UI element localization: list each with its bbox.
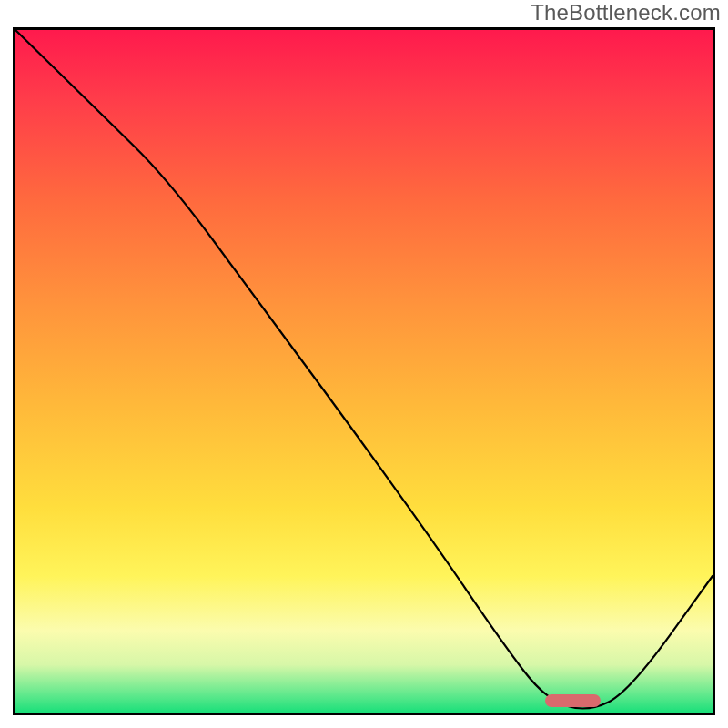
watermark-text: TheBottleneck.com <box>531 0 721 25</box>
curve-svg <box>15 30 713 713</box>
plot-area <box>13 27 715 715</box>
optimal-marker <box>545 694 601 707</box>
chart-stage: TheBottleneck.com <box>0 0 728 728</box>
bottleneck-curve-path <box>15 30 713 709</box>
